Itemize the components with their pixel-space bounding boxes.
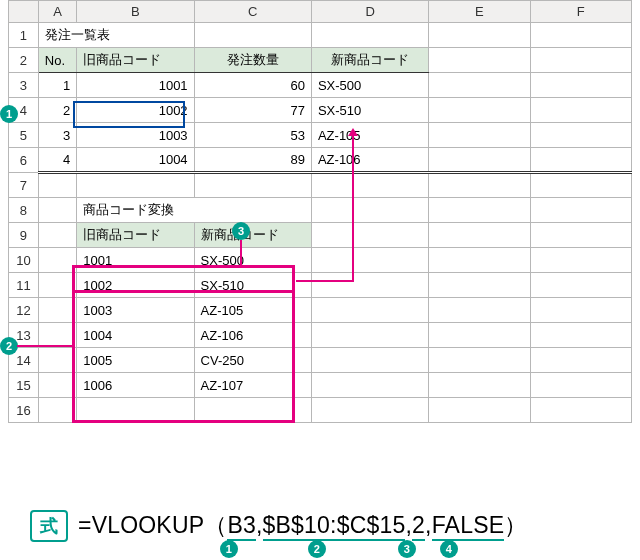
lookup-old[interactable]: 1006 <box>77 373 194 398</box>
spreadsheet[interactable]: A B C D E F 1 発注一覧表 2 No. 旧商品コード 発注数量 新商… <box>8 0 632 423</box>
cell[interactable] <box>429 123 530 148</box>
cell[interactable] <box>530 223 631 248</box>
cell[interactable] <box>530 373 631 398</box>
column-header-b[interactable]: B <box>77 1 194 23</box>
row-header-13[interactable]: 13 <box>9 323 39 348</box>
lookup-header-new[interactable]: 新商品コード <box>194 223 311 248</box>
row-header-6[interactable]: 6 <box>9 148 39 173</box>
cell[interactable] <box>77 398 194 423</box>
cell[interactable] <box>530 398 631 423</box>
cell-qty[interactable]: 77 <box>194 98 311 123</box>
cell[interactable] <box>530 298 631 323</box>
lookup-old[interactable]: 1001 <box>77 248 194 273</box>
cell[interactable] <box>38 248 76 273</box>
cell[interactable] <box>38 273 76 298</box>
row-header-10[interactable]: 10 <box>9 248 39 273</box>
cell[interactable] <box>429 273 530 298</box>
cell[interactable] <box>38 348 76 373</box>
cell[interactable] <box>530 273 631 298</box>
cell[interactable] <box>530 248 631 273</box>
cell-no[interactable]: 2 <box>38 98 76 123</box>
row-header-11[interactable]: 11 <box>9 273 39 298</box>
cell[interactable] <box>429 223 530 248</box>
column-header-d[interactable]: D <box>311 1 428 23</box>
cell-no[interactable]: 3 <box>38 123 76 148</box>
cell[interactable] <box>311 398 428 423</box>
cell[interactable] <box>429 173 530 198</box>
cell[interactable] <box>38 373 76 398</box>
lookup-old[interactable]: 1005 <box>77 348 194 373</box>
row-header-14[interactable]: 14 <box>9 348 39 373</box>
lookup-header-old[interactable]: 旧商品コード <box>77 223 194 248</box>
lookup-old[interactable]: 1003 <box>77 298 194 323</box>
row-header-4[interactable]: 4 <box>9 98 39 123</box>
cell[interactable] <box>38 323 76 348</box>
cell[interactable] <box>311 223 428 248</box>
cell-oldcode[interactable]: 1001 <box>77 73 194 98</box>
lookup-new[interactable]: CV-250 <box>194 348 311 373</box>
cell[interactable] <box>530 98 631 123</box>
cell[interactable] <box>38 298 76 323</box>
cell[interactable] <box>194 398 311 423</box>
cell[interactable] <box>429 348 530 373</box>
lookup-old[interactable]: 1004 <box>77 323 194 348</box>
cell[interactable] <box>530 148 631 173</box>
lookup-new[interactable]: SX-510 <box>194 273 311 298</box>
cell[interactable] <box>429 248 530 273</box>
cell[interactable] <box>429 98 530 123</box>
cell-oldcode[interactable]: 1002 <box>77 98 194 123</box>
cell[interactable] <box>311 373 428 398</box>
cell[interactable] <box>38 173 76 198</box>
cell[interactable] <box>429 323 530 348</box>
header-oldcode[interactable]: 旧商品コード <box>77 48 194 73</box>
cell-newcode[interactable]: AZ-106 <box>311 148 428 173</box>
cell[interactable] <box>530 348 631 373</box>
cell-no[interactable]: 1 <box>38 73 76 98</box>
cell[interactable] <box>530 123 631 148</box>
column-header-a[interactable]: A <box>38 1 76 23</box>
cell[interactable] <box>530 23 631 48</box>
column-header-f[interactable]: F <box>530 1 631 23</box>
row-header-7[interactable]: 7 <box>9 173 39 198</box>
row-header-1[interactable]: 1 <box>9 23 39 48</box>
cell[interactable] <box>530 48 631 73</box>
lookup-new[interactable]: SX-500 <box>194 248 311 273</box>
select-all-corner[interactable] <box>9 1 39 23</box>
row-header-15[interactable]: 15 <box>9 373 39 398</box>
lookup-new[interactable]: AZ-106 <box>194 323 311 348</box>
cell[interactable] <box>429 73 530 98</box>
cell-newcode[interactable]: SX-510 <box>311 98 428 123</box>
cell[interactable] <box>429 48 530 73</box>
cell[interactable] <box>311 298 428 323</box>
cell[interactable] <box>77 173 194 198</box>
row-header-5[interactable]: 5 <box>9 123 39 148</box>
cell-oldcode[interactable]: 1004 <box>77 148 194 173</box>
lookup-new[interactable]: AZ-107 <box>194 373 311 398</box>
cell-newcode[interactable]: SX-500 <box>311 73 428 98</box>
cell-qty[interactable]: 53 <box>194 123 311 148</box>
cell-qty[interactable]: 60 <box>194 73 311 98</box>
header-qty[interactable]: 発注数量 <box>194 48 311 73</box>
cell[interactable] <box>311 173 428 198</box>
row-header-3[interactable]: 3 <box>9 73 39 98</box>
title-cell[interactable]: 発注一覧表 <box>38 23 194 48</box>
column-header-e[interactable]: E <box>429 1 530 23</box>
cell[interactable] <box>311 348 428 373</box>
spreadsheet-grid[interactable]: A B C D E F 1 発注一覧表 2 No. 旧商品コード 発注数量 新商… <box>8 0 632 423</box>
row-header-8[interactable]: 8 <box>9 198 39 223</box>
cell-newcode[interactable]: AZ-105 <box>311 123 428 148</box>
row-header-12[interactable]: 12 <box>9 298 39 323</box>
lookup-old[interactable]: 1002 <box>77 273 194 298</box>
cell-no[interactable]: 4 <box>38 148 76 173</box>
row-header-2[interactable]: 2 <box>9 48 39 73</box>
cell[interactable] <box>194 23 311 48</box>
cell-qty[interactable]: 89 <box>194 148 311 173</box>
cell[interactable] <box>429 148 530 173</box>
cell[interactable] <box>311 248 428 273</box>
row-header-9[interactable]: 9 <box>9 223 39 248</box>
cell[interactable] <box>429 298 530 323</box>
header-newcode[interactable]: 新商品コード <box>311 48 428 73</box>
lookup-new[interactable]: AZ-105 <box>194 298 311 323</box>
cell[interactable] <box>429 198 530 223</box>
cell[interactable] <box>311 273 428 298</box>
